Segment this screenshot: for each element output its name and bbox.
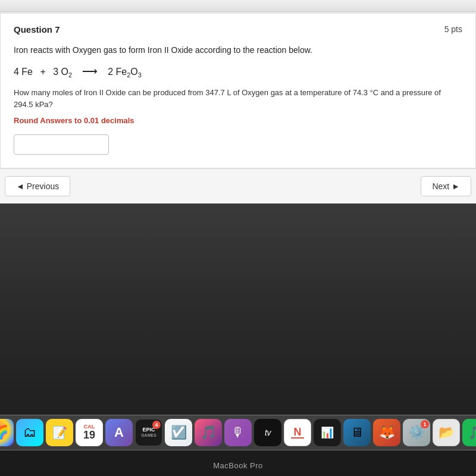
mac-desktop: 🌈 🗂 📝 CAL 19 A EPIC GAMES 4 ☑️ 🎵 🎙: [0, 203, 476, 476]
dock-icon-launchpad[interactable]: A: [105, 419, 133, 446]
svg-text:N: N: [294, 426, 302, 438]
macbook-label: MacBook Pro: [213, 461, 263, 470]
dock-icon-files[interactable]: 📂: [433, 419, 460, 446]
dock-icon-stocks[interactable]: 📊: [314, 419, 341, 446]
dock-icon-apple-tv[interactable]: tv: [254, 419, 281, 446]
eq-reactant1: 4 Fe: [14, 67, 33, 77]
eq-product: 2 Fe2O3: [108, 67, 142, 79]
dock-icon-keynote[interactable]: 🖥: [343, 419, 371, 446]
round-notice: Round Answers to 0.01 decimals: [14, 116, 462, 125]
dock-icon-photos[interactable]: 🌈: [0, 419, 14, 446]
dock-icon-system-prefs[interactable]: ⚙️ 1: [403, 419, 430, 446]
dock-icon-spotify[interactable]: 🎵: [462, 419, 476, 446]
sub-question-text: How many moles of Iron II Oxide can be p…: [14, 87, 462, 110]
dock-icon-firefox[interactable]: 🦊: [373, 419, 400, 446]
quiz-container: Question 7 5 pts Iron reacts with Oxygen…: [0, 12, 476, 203]
previous-button[interactable]: ◄ Previous: [5, 176, 70, 196]
dock-icon-epic-games[interactable]: EPIC GAMES 4: [135, 419, 162, 446]
dock: 🌈 🗂 📝 CAL 19 A EPIC GAMES 4 ☑️ 🎵 🎙: [0, 415, 476, 450]
eq-reactant2: 3 O2: [53, 67, 72, 79]
chemical-equation: 4 Fe + 3 O2 ⟶ 2 Fe2O3: [14, 65, 462, 79]
question-points: 5 pts: [444, 24, 462, 34]
dock-icon-itunes[interactable]: 🎵: [195, 419, 222, 446]
dock-icon-reminders[interactable]: ☑️: [165, 419, 192, 446]
question-card: Question 7 5 pts Iron reacts with Oxygen…: [0, 12, 476, 168]
question-intro: Iron reacts with Oxygen gas to form Iron…: [14, 44, 462, 57]
next-button[interactable]: Next ►: [421, 176, 471, 196]
dock-icon-news[interactable]: N: [284, 419, 311, 446]
dock-icon-calendar[interactable]: CAL 19: [76, 419, 103, 446]
eq-arrow: ⟶: [79, 65, 101, 78]
question-header: Question 7 5 pts: [14, 24, 462, 35]
answer-input[interactable]: [14, 134, 109, 155]
top-bar: [0, 0, 476, 12]
nav-bar: ◄ Previous Next ►: [0, 168, 476, 203]
dock-icon-notes[interactable]: 📝: [46, 419, 73, 446]
question-title: Question 7: [14, 24, 60, 35]
eq-plus: +: [37, 67, 48, 77]
dock-icon-podcasts[interactable]: 🎙: [224, 419, 252, 446]
dock-icon-finder[interactable]: 🗂: [16, 419, 43, 446]
